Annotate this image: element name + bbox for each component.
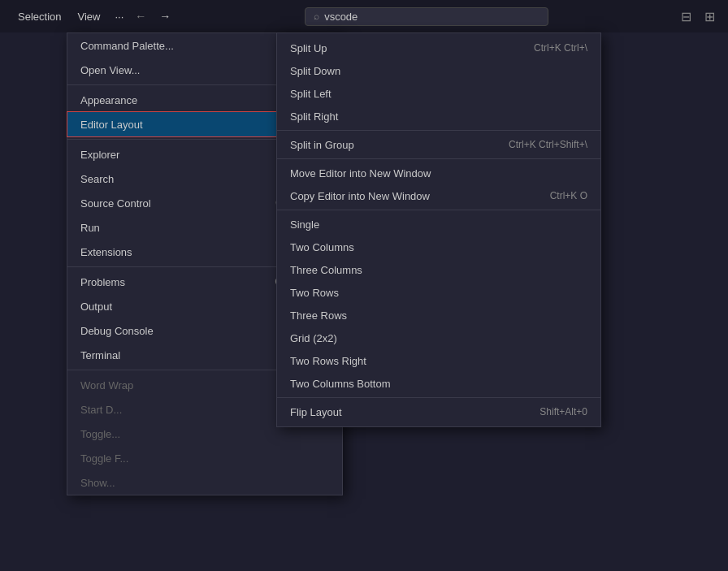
submenu-grid-2x2[interactable]: Grid (2x2) xyxy=(277,327,600,349)
submenu-sep-1 xyxy=(277,130,600,131)
editor-layout-submenu: Split Up Ctrl+K Ctrl+\ Split Down Split … xyxy=(276,32,601,427)
search-text: vscode xyxy=(324,11,358,23)
submenu-three-columns[interactable]: Three Columns xyxy=(277,258,600,281)
forward-arrow[interactable]: → xyxy=(154,6,176,26)
submenu-single[interactable]: Single xyxy=(277,213,600,236)
search-wrapper[interactable]: ⌕ vscode xyxy=(305,7,548,26)
titlebar: Selection View ··· ← → ⌕ vscode ⊟ ⊞ xyxy=(0,0,728,32)
submenu-flip-layout[interactable]: Flip Layout Shift+Alt+0 xyxy=(277,400,600,423)
view-menu[interactable]: View xyxy=(69,7,108,26)
submenu-copy-editor-new-window[interactable]: Copy Editor into New Window Ctrl+K O xyxy=(277,184,600,207)
search-bar: ⌕ vscode xyxy=(188,7,665,26)
search-icon: ⌕ xyxy=(314,11,319,22)
menu-item-show: Show... xyxy=(67,470,342,495)
submenu-two-rows[interactable]: Two Rows xyxy=(277,281,600,304)
more-menu[interactable]: ··· xyxy=(108,7,130,26)
submenu-sep-3 xyxy=(277,210,600,210)
submenu-three-rows[interactable]: Three Rows xyxy=(277,304,600,327)
customize-layout-icon[interactable]: ⊞ xyxy=(701,7,718,26)
submenu-two-columns[interactable]: Two Columns xyxy=(277,236,600,258)
submenu-sep-4 xyxy=(277,397,600,398)
submenu-split-up[interactable]: Split Up Ctrl+K Ctrl+\ xyxy=(277,37,600,59)
nav-arrows: ← → xyxy=(130,6,176,26)
submenu-split-down[interactable]: Split Down xyxy=(277,59,600,82)
selection-menu[interactable]: Selection xyxy=(10,7,69,26)
submenu-two-columns-bottom[interactable]: Two Columns Bottom xyxy=(277,372,600,395)
back-arrow[interactable]: ← xyxy=(130,6,151,26)
titlebar-nav: Selection View ··· ← → xyxy=(10,6,176,26)
submenu-move-editor-new-window[interactable]: Move Editor into New Window xyxy=(277,162,600,184)
submenu-two-rows-right[interactable]: Two Rows Right xyxy=(277,349,600,372)
main-area: Command Palette... Ctrl+Shift+P Open Vie… xyxy=(0,32,728,571)
submenu-split-in-group[interactable]: Split in Group Ctrl+K Ctrl+Shift+\ xyxy=(277,133,600,156)
submenu-sep-2 xyxy=(277,158,600,159)
submenu-split-right[interactable]: Split Right xyxy=(277,105,600,128)
submenu-split-left[interactable]: Split Left xyxy=(277,82,600,105)
titlebar-actions: ⊟ ⊞ xyxy=(678,7,718,26)
split-editor-icon[interactable]: ⊟ xyxy=(678,7,695,26)
menu-item-toggle-f: Toggle F... xyxy=(67,446,342,470)
